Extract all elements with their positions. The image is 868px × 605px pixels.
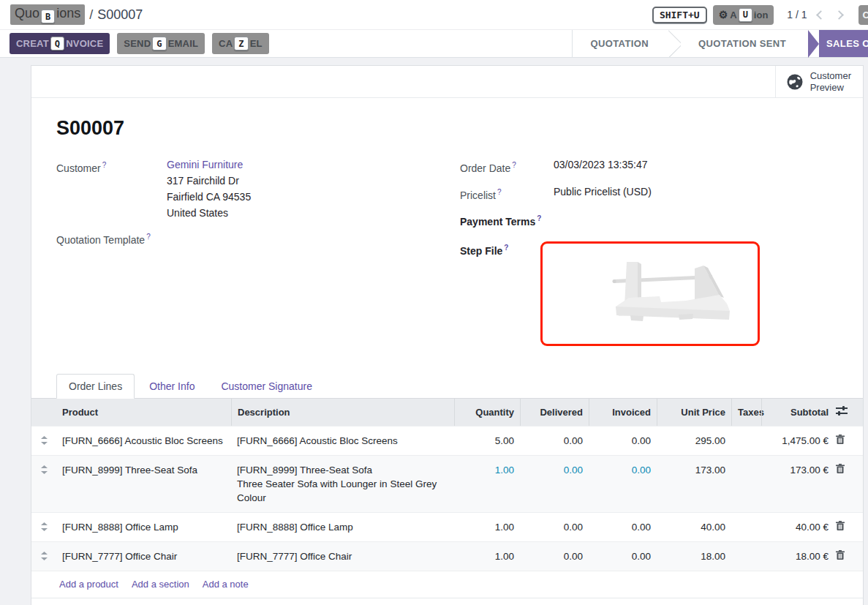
cell-taxes[interactable]: [731, 426, 761, 441]
cell-invoiced[interactable]: 0.00: [589, 426, 657, 455]
edge-button-label: C: [863, 10, 868, 20]
pricelist-value[interactable]: Public Pricelist (USD): [554, 184, 652, 203]
cell-subtotal: 173.00 €: [761, 456, 834, 484]
cell-invoiced[interactable]: 0.00: [589, 456, 657, 484]
send-email-button[interactable]: SENDGEMAIL: [117, 33, 205, 54]
tab-order-lines[interactable]: Order Lines: [56, 374, 135, 399]
col-header-unit-price[interactable]: Unit Price: [657, 399, 731, 426]
col-header-quantity[interactable]: Quantity: [454, 399, 520, 426]
table-footer-links: Add a product Add a section Add a note: [31, 571, 863, 598]
add-a-product-link[interactable]: Add a product: [59, 579, 118, 590]
send-email-label-pre: SEND: [124, 38, 151, 49]
col-header-delivered[interactable]: Delivered: [520, 399, 589, 426]
add-a-section-link[interactable]: Add a section: [132, 579, 189, 590]
cell-description[interactable]: [FURN_8999] Three-Seat Sofa Three Seater…: [231, 456, 454, 512]
drag-handle-icon[interactable]: [31, 426, 56, 445]
cell-taxes[interactable]: [731, 513, 761, 527]
cancel-button[interactable]: CAZEL: [212, 33, 269, 54]
col-header-taxes[interactable]: Taxes: [731, 399, 761, 426]
cell-quantity[interactable]: 1.00: [454, 513, 520, 541]
delete-row-icon[interactable]: [834, 426, 863, 444]
tab-customer-signature[interactable]: Customer Signature: [209, 375, 324, 398]
sheet-footer: Terms and conditions... Total: 1,706.00 …: [31, 598, 863, 605]
create-invoice-button[interactable]: CREATQNVOICE: [10, 33, 110, 54]
customer-link[interactable]: Gemini Furniture: [167, 159, 243, 170]
cell-subtotal: 40.00 €: [761, 513, 834, 541]
cell-invoiced[interactable]: 0.00: [589, 513, 657, 541]
cell-product[interactable]: [FURN_8999] Three-Seat Sofa: [56, 456, 231, 484]
order-date-label: Order Date?: [460, 157, 554, 176]
col-header-product[interactable]: Product: [56, 399, 231, 426]
cell-description[interactable]: [FURN_8888] Office Lamp: [231, 513, 454, 541]
order-date-value[interactable]: 03/03/2023 13:35:47: [554, 157, 647, 176]
cell-delivered[interactable]: 0.00: [520, 426, 589, 455]
cell-description[interactable]: [FURN_6666] Acoustic Bloc Screens: [231, 426, 454, 455]
col-header-subtotal[interactable]: Subtotal: [761, 399, 834, 426]
cell-quantity[interactable]: 1.00: [454, 542, 520, 571]
table-row[interactable]: [FURN_6666] Acoustic Bloc Screens [FURN_…: [31, 426, 863, 455]
content-area: Customer Preview S00007 Customer? Gemini…: [0, 58, 868, 605]
handle-column-header: [31, 399, 56, 412]
drag-handle-icon[interactable]: [31, 456, 56, 474]
cell-delivered[interactable]: 0.00: [520, 513, 589, 541]
cell-product[interactable]: [FURN_7777] Office Chair: [56, 542, 231, 571]
delete-row-icon[interactable]: [834, 542, 863, 560]
cell-description[interactable]: [FURN_7777] Office Chair: [231, 542, 454, 571]
cell-delivered[interactable]: 0.00: [520, 542, 589, 571]
topbar-controls: SHIFT+U ⚙AUion 1 / 1 C: [652, 5, 868, 25]
table-row[interactable]: [FURN_7777] Office Chair [FURN_7777] Off…: [31, 541, 863, 571]
cell-taxes[interactable]: [731, 456, 761, 470]
cell-quantity[interactable]: 1.00: [454, 456, 520, 484]
col-header-description[interactable]: Description: [231, 399, 454, 426]
payment-terms-label: Payment Terms?: [460, 211, 554, 230]
customer-preview-line1: Customer: [810, 70, 851, 82]
pricelist-label: Pricelist?: [460, 184, 554, 203]
description-line: [FURN_8999] Three-Seat Sofa: [237, 463, 448, 477]
cell-subtotal: 18.00 €: [761, 542, 834, 571]
breadcrumb-separator: /: [89, 7, 93, 23]
drag-handle-icon[interactable]: [31, 513, 56, 531]
stage-quotation-sent[interactable]: QUOTATION SENT: [681, 30, 804, 57]
optional-columns-icon[interactable]: [834, 399, 863, 416]
field-column-left: Customer? Gemini Furniture 317 Fairchild…: [56, 157, 460, 353]
cell-delivered[interactable]: 0.00: [520, 456, 589, 484]
gear-icon: ⚙: [719, 9, 728, 20]
cell-unit-price[interactable]: 40.00: [657, 513, 731, 541]
cell-taxes[interactable]: [731, 542, 761, 557]
edge-cutoff-button[interactable]: C: [858, 5, 868, 25]
breadcrumb-quotations-link[interactable]: QuoBions: [10, 4, 85, 26]
cell-invoiced[interactable]: 0.00: [589, 542, 657, 571]
description-variant-line: Three Seater Sofa with Lounger in Steel …: [237, 477, 448, 505]
stage-sales-order-active[interactable]: SALES ORDER: [819, 30, 868, 57]
keyboard-hint-q: Q: [50, 37, 64, 50]
action-menu-button[interactable]: ⚙AUion: [713, 5, 774, 25]
step-file-preview[interactable]: [540, 241, 760, 346]
cell-quantity[interactable]: 5.00: [454, 426, 520, 455]
delete-row-icon[interactable]: [834, 456, 863, 473]
statusbar: QUOTATION QUOTATION SENT SALES ORDER: [572, 30, 868, 57]
delete-row-icon[interactable]: [834, 513, 863, 530]
customer-value: Gemini Furniture 317 Fairchild Dr Fairfi…: [167, 157, 251, 221]
quotation-template-label: Quotation Template?: [56, 229, 167, 248]
cell-product[interactable]: [FURN_6666] Acoustic Bloc Screens: [56, 426, 231, 455]
pager-previous-button[interactable]: [816, 10, 826, 20]
cancel-label-post: EL: [250, 38, 263, 49]
cell-unit-price[interactable]: 295.00: [657, 426, 731, 455]
tab-other-info[interactable]: Other Info: [137, 375, 206, 398]
col-header-invoiced[interactable]: Invoiced: [589, 399, 657, 426]
cell-product[interactable]: [FURN_8888] Office Lamp: [56, 513, 231, 541]
customer-label: Customer?: [56, 157, 167, 221]
table-row[interactable]: [FURN_8999] Three-Seat Sofa [FURN_8999] …: [31, 455, 863, 512]
drag-handle-icon[interactable]: [31, 542, 56, 560]
stage-quotation[interactable]: QUOTATION: [573, 30, 666, 57]
help-icon: ?: [497, 188, 502, 196]
create-invoice-label-post: NVOICE: [66, 38, 103, 49]
cell-unit-price[interactable]: 18.00: [657, 542, 731, 571]
customer-preview-button[interactable]: Customer Preview: [775, 66, 863, 97]
add-a-note-link[interactable]: Add a note: [203, 579, 249, 590]
breadcrumb-parent-text2: ions: [56, 6, 80, 20]
cell-unit-price[interactable]: 173.00: [657, 456, 731, 484]
pager-next-button[interactable]: [834, 10, 844, 20]
table-row[interactable]: [FURN_8888] Office Lamp [FURN_8888] Offi…: [31, 512, 863, 541]
help-icon: ?: [504, 244, 508, 252]
